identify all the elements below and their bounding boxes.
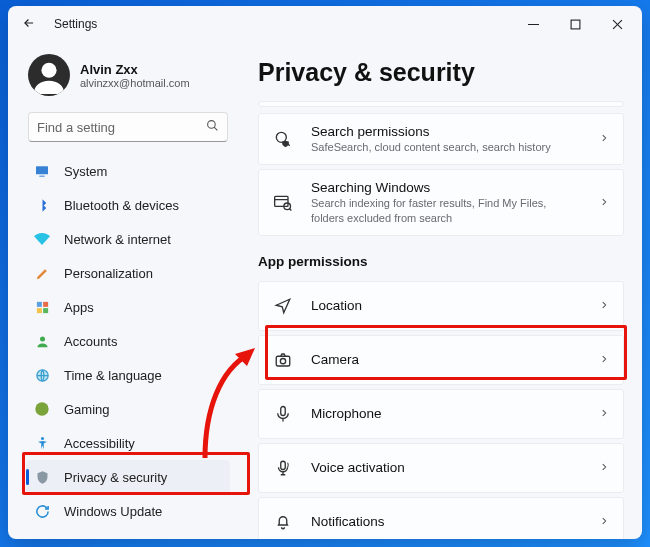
globe-icon [34,367,50,383]
perm-label: Voice activation [311,460,581,475]
profile-email: alvinzxx@hotmail.com [80,77,190,89]
update-icon [34,503,50,519]
close-button[interactable] [596,9,638,39]
perm-label: Camera [311,352,581,367]
svg-rect-9 [36,301,41,306]
voice-icon [273,458,293,478]
content: Privacy & security Search permissions Sa… [234,42,642,539]
nav-list: System Bluetooth & devices Network & int… [26,154,230,539]
svg-point-17 [276,132,286,142]
nav-label: Time & language [64,368,162,383]
svg-point-16 [40,436,43,439]
nav-windows-update[interactable]: Windows Update [26,494,230,528]
microphone-icon [273,404,293,424]
chevron-right-icon [599,299,609,313]
chevron-right-icon [599,196,609,210]
svg-line-22 [290,208,292,210]
search-window-icon [273,193,293,213]
nav-personalization[interactable]: Personalization [26,256,230,290]
svg-rect-26 [281,461,286,469]
search-shield-icon [273,129,293,149]
accessibility-icon [34,435,50,451]
nav-label: System [64,164,107,179]
section-header: App permissions [258,254,624,269]
perm-notifications[interactable]: Notifications [258,497,624,539]
gaming-icon [34,401,50,417]
svg-rect-10 [43,301,48,306]
brush-icon [34,265,50,281]
perm-microphone[interactable]: Microphone [258,389,624,439]
minimize-button[interactable] [512,9,554,39]
svg-rect-23 [276,356,290,366]
bell-icon [273,512,293,532]
nav-bluetooth[interactable]: Bluetooth & devices [26,188,230,222]
svg-rect-25 [281,406,286,415]
settings-window: Settings Alvin Zxx alvinzxx@hotmail.com [8,6,642,539]
page-title: Privacy & security [258,58,624,87]
perm-voice-activation[interactable]: Voice activation [258,443,624,493]
profile-name: Alvin Zxx [80,62,190,77]
maximize-button[interactable] [554,9,596,39]
svg-point-4 [41,63,56,78]
nav-label: Accounts [64,334,117,349]
nav-accounts[interactable]: Accounts [26,324,230,358]
svg-rect-11 [36,308,41,313]
nav-privacy-security[interactable]: Privacy & security [26,460,230,494]
wifi-icon [34,231,50,247]
nav-label: Personalization [64,266,153,281]
search-input[interactable]: Find a setting [28,112,228,142]
svg-rect-12 [43,308,48,313]
svg-rect-19 [275,196,288,206]
svg-point-15 [35,402,48,415]
svg-point-5 [208,121,216,129]
search-placeholder: Find a setting [37,120,206,135]
nav-system[interactable]: System [26,154,230,188]
svg-line-6 [214,127,217,130]
svg-point-24 [280,358,285,363]
searching-windows-card[interactable]: Searching Windows Search indexing for fa… [258,169,624,236]
chevron-right-icon [599,407,609,421]
nav-label: Windows Update [64,504,162,519]
search-permissions-card[interactable]: Search permissions SafeSearch, cloud con… [258,113,624,165]
svg-rect-8 [39,176,44,177]
chevron-right-icon [599,515,609,529]
nav-accessibility[interactable]: Accessibility [26,426,230,460]
chevron-right-icon [599,461,609,475]
sidebar: Alvin Zxx alvinzxx@hotmail.com Find a se… [8,42,234,539]
nav-label: Apps [64,300,94,315]
chevron-right-icon [599,353,609,367]
search-icon [206,119,219,135]
svg-rect-7 [36,166,48,174]
svg-rect-1 [571,20,580,29]
person-icon [34,333,50,349]
perm-camera[interactable]: Camera [258,335,624,385]
card-title: Search permissions [311,124,581,139]
nav-label: Privacy & security [64,470,167,485]
nav-time-language[interactable]: Time & language [26,358,230,392]
back-button[interactable] [12,12,46,37]
window-title: Settings [46,17,97,31]
camera-icon [273,350,293,370]
chevron-right-icon [599,132,609,146]
nav-label: Accessibility [64,436,135,451]
nav-label: Gaming [64,402,110,417]
nav-label: Network & internet [64,232,171,247]
nav-network[interactable]: Network & internet [26,222,230,256]
perm-label: Notifications [311,514,581,529]
nav-label: Bluetooth & devices [64,198,179,213]
partial-card[interactable] [258,101,624,107]
perm-label: Location [311,298,581,313]
card-title: Searching Windows [311,180,581,195]
apps-icon [34,299,50,315]
nav-gaming[interactable]: Gaming [26,392,230,426]
title-bar: Settings [8,6,642,42]
nav-apps[interactable]: Apps [26,290,230,324]
location-icon [273,296,293,316]
bluetooth-icon [34,197,50,213]
shield-icon [34,469,50,485]
perm-location[interactable]: Location [258,281,624,331]
avatar [28,54,70,96]
system-icon [34,163,50,179]
profile[interactable]: Alvin Zxx alvinzxx@hotmail.com [26,48,230,110]
svg-point-13 [40,336,45,341]
